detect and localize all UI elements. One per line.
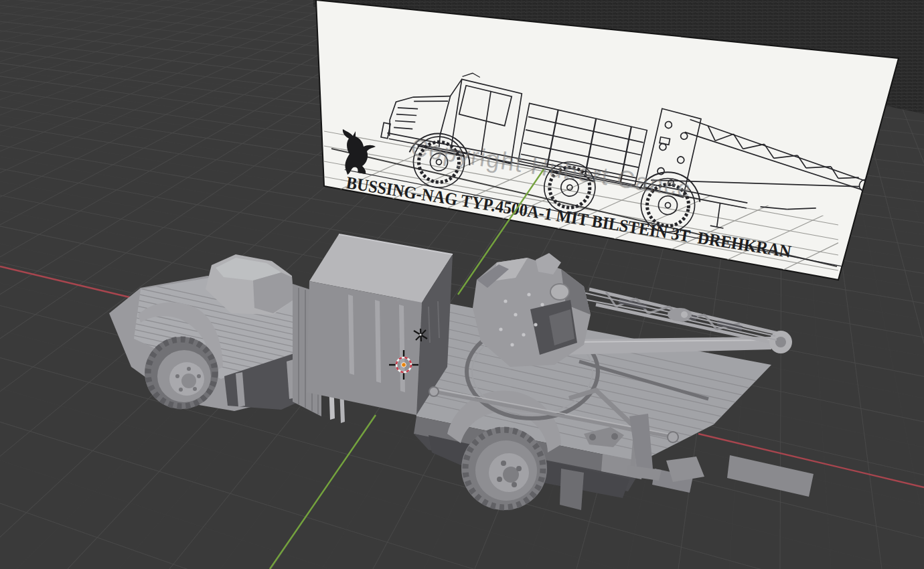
rear-wheel	[461, 427, 547, 510]
viewport-canvas[interactable]: Copyright Hubert Cance BUSSING-NAG TYP.4…	[0, 0, 924, 569]
3d-viewport[interactable]: Copyright Hubert Cance BUSSING-NAG TYP.4…	[0, 0, 924, 569]
front-wheel	[145, 337, 218, 409]
